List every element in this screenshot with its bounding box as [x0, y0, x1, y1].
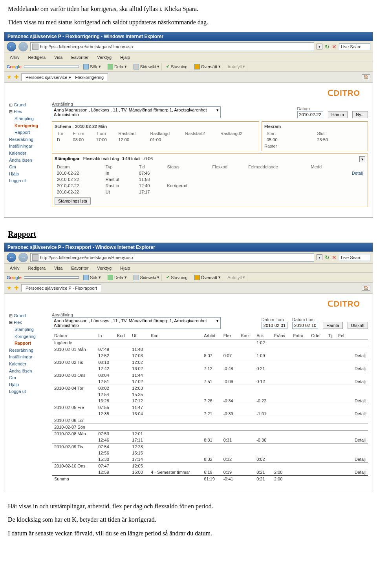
search-box[interactable]: Live Searc: [339, 254, 370, 261]
tool-stavning[interactable]: ✔Stavning: [164, 63, 190, 70]
back-button[interactable]: ←: [7, 42, 16, 51]
detalj-link[interactable]: [337, 176, 365, 183]
datum-fom-input[interactable]: 2010-02-01: [262, 322, 287, 329]
detalj-link[interactable]: Detalj: [349, 365, 368, 372]
tool-dela[interactable]: Dela ▾: [106, 63, 129, 70]
detalj-link[interactable]: Detalj: [349, 456, 368, 463]
menu-hjalp[interactable]: Hjälp: [117, 265, 133, 271]
tool-sok[interactable]: Sök ▾: [81, 274, 103, 281]
stop-icon[interactable]: ✕: [332, 44, 337, 50]
nav-logga-ut[interactable]: Logga ut: [9, 388, 46, 395]
google-search-input[interactable]: [24, 276, 79, 279]
detalj-link[interactable]: [349, 443, 368, 450]
back-button[interactable]: ←: [7, 253, 16, 262]
detalj-link[interactable]: Detalj: [349, 411, 368, 417]
tool-stavning[interactable]: ✔Stavning: [164, 274, 190, 281]
detalj-link[interactable]: [349, 417, 368, 424]
detalj-link[interactable]: [349, 372, 368, 378]
nav-reserakning[interactable]: Reseräkning: [9, 347, 46, 354]
detalj-link[interactable]: [349, 430, 368, 437]
menu-redigera[interactable]: Redigera: [25, 54, 49, 60]
nav-rapport[interactable]: Rapport: [9, 340, 46, 347]
home-icon[interactable]: 🏠: [362, 285, 370, 291]
anst-select[interactable]: Anna Magnusson , Löneksys , 11 , TV, Mån…: [52, 317, 221, 329]
menu-visa[interactable]: Visa: [51, 54, 66, 60]
menu-redigera[interactable]: Redigera: [25, 265, 49, 271]
tab-flexkorrigering[interactable]: Personec självservice P - Flexkorrigerin…: [21, 73, 108, 81]
nav-reserakning[interactable]: Reseräkning: [9, 136, 46, 143]
tab-flexrapport[interactable]: Personec självservice P - Flexrapport: [21, 284, 101, 292]
stamplingslista-button[interactable]: Stämplingslista: [55, 197, 91, 205]
detalj-link[interactable]: Detalj: [349, 437, 368, 444]
tool-dela[interactable]: Dela ▾: [106, 274, 129, 281]
nav-korrigering[interactable]: Korrigering: [9, 333, 46, 340]
detalj-link[interactable]: [349, 346, 368, 352]
nav-hjalp[interactable]: Hjälp: [9, 382, 46, 389]
detalj-link[interactable]: [349, 391, 368, 398]
datum-input[interactable]: 2010-02-22: [297, 111, 323, 118]
nav-stampling[interactable]: Stämpling: [9, 326, 46, 333]
menu-verktyg[interactable]: Verktyg: [94, 265, 115, 271]
nav-korrigering[interactable]: Korrigering: [9, 122, 46, 130]
detalj-link[interactable]: [349, 404, 368, 411]
hamta-button[interactable]: Hämta: [323, 322, 342, 329]
nav-installningar[interactable]: Inställningar: [9, 354, 46, 361]
menu-arkiv[interactable]: Arkiv: [7, 265, 22, 271]
tool-oversatt[interactable]: Översätt ▾: [192, 274, 223, 281]
menu-verktyg[interactable]: Verktyg: [94, 54, 115, 60]
go-button[interactable]: ▾: [317, 254, 322, 260]
add-favorite-icon[interactable]: ✚: [14, 285, 19, 291]
url-input[interactable]: http://pss.falkenberg.se/arbetstagare/Hm…: [30, 42, 314, 51]
tool-autofyll[interactable]: Autofyll ▾: [225, 63, 247, 70]
menu-arkiv[interactable]: Arkiv: [7, 54, 22, 60]
tool-sidewiki[interactable]: Sidewiki ▾: [132, 274, 162, 281]
detalj-link[interactable]: [349, 359, 368, 365]
nav-hjalp[interactable]: Hjälp: [9, 171, 46, 178]
detalj-link[interactable]: [337, 189, 365, 195]
detalj-link[interactable]: [337, 183, 365, 189]
nav-stampling[interactable]: Stämpling: [9, 115, 46, 122]
nav-flex[interactable]: Flex: [9, 319, 46, 326]
utskrift-button[interactable]: Utskrift: [348, 322, 368, 329]
forward-button[interactable]: →: [18, 42, 28, 51]
nav-logga-ut[interactable]: Logga ut: [9, 177, 46, 184]
menu-favoriter[interactable]: Eavoriter: [68, 54, 92, 60]
detalj-link[interactable]: [349, 424, 368, 430]
nav-andra-losen[interactable]: Ändra lösen: [9, 368, 46, 375]
home-icon[interactable]: 🏠: [362, 74, 370, 80]
url-input[interactable]: http://pss.falkenberg.se/arbetstagare/Hm…: [30, 253, 314, 262]
nav-om[interactable]: Om: [9, 374, 46, 382]
detalj-link[interactable]: [349, 450, 368, 456]
menu-favoriter[interactable]: Eavoriter: [68, 265, 92, 271]
nav-om[interactable]: Om: [9, 164, 46, 171]
tool-sidewiki[interactable]: Sidewiki ▾: [132, 63, 162, 70]
google-search-input[interactable]: [24, 66, 79, 68]
detalj-link[interactable]: [349, 462, 368, 469]
detalj-link[interactable]: Detalj: [349, 469, 368, 476]
anst-select[interactable]: Anna Magnusson , Löneksys , 11 , TV, Mån…: [52, 106, 221, 118]
go-button[interactable]: ▾: [317, 44, 322, 49]
collapse-icon[interactable]: ▾: [359, 156, 365, 162]
forward-button[interactable]: →: [18, 253, 28, 262]
detalj-link[interactable]: Detalj: [349, 398, 368, 404]
refresh-icon[interactable]: ↻: [325, 44, 329, 50]
favorites-icon[interactable]: ★: [7, 285, 12, 291]
favorites-icon[interactable]: ★: [7, 74, 12, 80]
nav-flex[interactable]: Flex: [9, 108, 46, 115]
nav-grund[interactable]: Grund: [9, 312, 46, 320]
detalj-link[interactable]: Detalj: [349, 352, 368, 359]
nav-installningar[interactable]: Inställningar: [9, 143, 46, 150]
detalj-link[interactable]: Detalj: [349, 378, 368, 385]
nav-andra-losen[interactable]: Ändra lösen: [9, 157, 46, 164]
refresh-icon[interactable]: ↻: [325, 254, 329, 261]
detalj-link[interactable]: Detalj: [337, 170, 365, 176]
search-box[interactable]: Live Searc: [339, 43, 370, 50]
stop-icon[interactable]: ✕: [332, 254, 337, 261]
tool-sok[interactable]: Sök ▾: [81, 63, 103, 70]
nav-kalender[interactable]: Kalender: [9, 150, 46, 157]
tool-oversatt[interactable]: Översätt ▾: [192, 63, 223, 70]
datum-tom-input[interactable]: 2010-02-10: [292, 322, 318, 329]
nav-kalender[interactable]: Kalender: [9, 361, 46, 368]
ny-button[interactable]: Ny...: [352, 111, 368, 118]
nav-grund[interactable]: Grund: [9, 102, 46, 109]
